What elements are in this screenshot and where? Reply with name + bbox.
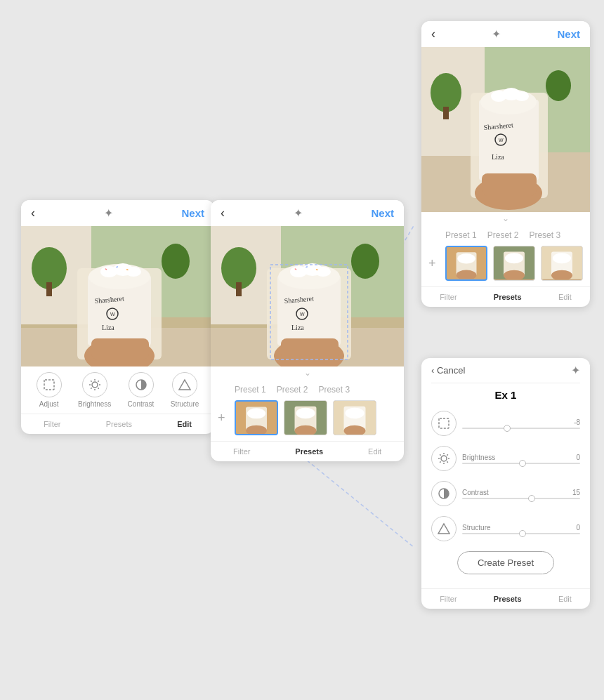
tab-edit[interactable]: Edit: [558, 595, 572, 603]
contrast-icon: [431, 481, 457, 506]
svg-point-65: [296, 408, 315, 418]
slider-track: [462, 463, 580, 464]
tab-edit[interactable]: Edit: [368, 447, 381, 456]
preset3-label: Preset 3: [318, 385, 350, 395]
svg-text:Liza: Liza: [291, 324, 304, 331]
slider-thumb[interactable]: [504, 425, 511, 432]
contrast-tool[interactable]: Contrast: [128, 372, 155, 408]
sun-icon: ✦: [294, 206, 303, 220]
svg-point-95: [505, 253, 523, 263]
structure-tool[interactable]: Structure: [171, 372, 199, 408]
phone1-header: ‹ ✦ Next: [21, 200, 214, 226]
preset-thumb-2[interactable]: [493, 246, 535, 281]
slider-thumb[interactable]: [519, 530, 526, 537]
tab-edit[interactable]: Edit: [558, 293, 572, 301]
presets-header: Preset 1 Preset 2 Preset 3: [428, 230, 583, 240]
preset-thumb-2[interactable]: [284, 400, 327, 435]
svg-text:Liza: Liza: [102, 324, 114, 331]
svg-point-76: [546, 70, 571, 101]
photo-preview: Sharsheret W Liza: [21, 226, 214, 366]
create-preset-button[interactable]: Create Preset: [457, 551, 554, 574]
svg-rect-23: [91, 338, 149, 359]
next-button[interactable]: Next: [371, 207, 394, 219]
svg-text:Liza: Liza: [492, 153, 504, 161]
adjust-slider-row: -8: [431, 411, 580, 436]
svg-point-8: [162, 244, 190, 279]
add-preset-button[interactable]: +: [218, 411, 229, 425]
presets-row: +: [428, 246, 583, 281]
svg-rect-7: [46, 282, 52, 296]
svg-rect-88: [482, 173, 537, 196]
svg-line-32: [98, 381, 98, 381]
edit-tools: Adjust Brightness Contrast Structure: [21, 366, 214, 414]
structure-slider[interactable]: Structure 0: [462, 524, 580, 534]
svg-point-102: [441, 456, 447, 461]
presets-section: Preset 1 Preset 2 Preset 3 +: [211, 379, 404, 441]
slider-track: [462, 498, 580, 499]
svg-point-42: [351, 244, 379, 279]
tab-presets[interactable]: Presets: [106, 420, 132, 428]
svg-line-107: [440, 454, 440, 455]
tab-filter[interactable]: Filter: [44, 420, 60, 428]
brightness-icon: [82, 372, 107, 397]
brightness-slider-row: Brightness 0: [431, 446, 580, 471]
svg-line-1: [302, 456, 414, 548]
phone-presets-right: ‹ ✦ Next Sharsheret W Liza ⌄ P: [421, 21, 590, 307]
phone2-header: ‹ ✦ Next: [211, 200, 404, 226]
tab-filter[interactable]: Filter: [440, 293, 457, 301]
brightness-tool[interactable]: Brightness: [78, 372, 111, 408]
slider-track: [462, 533, 580, 534]
photo-preview: Sharsheret W Liza: [421, 47, 590, 212]
slider-value: 0: [576, 454, 580, 461]
svg-line-30: [91, 381, 91, 381]
slider-thumb[interactable]: [528, 495, 535, 502]
contrast-slider[interactable]: Contrast 15: [462, 489, 580, 499]
svg-line-110: [440, 461, 440, 462]
svg-point-82: [515, 91, 529, 101]
cancel-button[interactable]: ‹ Cancel: [431, 365, 465, 376]
chevron-down: ⌄: [421, 212, 590, 225]
adjust-tool[interactable]: Adjust: [37, 372, 62, 408]
structure-slider-row: Structure 0: [431, 516, 580, 541]
next-button[interactable]: Next: [181, 207, 204, 219]
next-button[interactable]: Next: [557, 28, 580, 40]
svg-line-33: [91, 388, 91, 388]
add-preset-button[interactable]: +: [428, 256, 440, 271]
contrast-icon: [129, 372, 154, 397]
tab-edit[interactable]: Edit: [177, 420, 192, 428]
preset-thumb-3[interactable]: [333, 400, 376, 435]
slider-label: Contrast: [462, 489, 489, 496]
tab-filter[interactable]: Filter: [233, 447, 250, 456]
presets-section: Preset 1 Preset 2 Preset 3 +: [421, 225, 590, 286]
svg-point-25: [92, 382, 98, 388]
preset-thumb-3[interactable]: [541, 246, 583, 281]
preset-thumb-1[interactable]: [235, 400, 278, 435]
back-button[interactable]: ‹: [431, 27, 435, 41]
sun-icon: ✦: [492, 27, 501, 41]
phone2-tabs: Filter Presets Edit: [211, 441, 404, 461]
svg-point-91: [457, 253, 475, 263]
phone-presets: ‹ ✦ Next Sharsheret W Liza: [211, 200, 404, 461]
slider-value: 15: [572, 489, 580, 496]
back-button[interactable]: ‹: [31, 206, 35, 220]
svg-point-99: [553, 253, 571, 263]
tab-presets[interactable]: Presets: [494, 293, 522, 301]
slider-value: -8: [574, 418, 580, 426]
phone-edit-preset: ‹ Cancel ✦ Ex 1 -8: [421, 358, 590, 609]
preset-thumb-1[interactable]: [445, 246, 487, 281]
brightness-slider[interactable]: Brightness 0: [462, 454, 580, 464]
preset1-label: Preset 1: [235, 385, 266, 395]
back-button[interactable]: ‹: [221, 206, 225, 220]
svg-rect-24: [44, 380, 54, 390]
svg-point-69: [345, 408, 364, 418]
tab-presets[interactable]: Presets: [494, 595, 522, 603]
tab-filter[interactable]: Filter: [440, 595, 457, 603]
slider-label: Structure: [462, 524, 491, 531]
svg-rect-101: [439, 418, 449, 428]
svg-point-48: [315, 267, 331, 277]
slider-thumb[interactable]: [519, 460, 526, 467]
tab-presets[interactable]: Presets: [295, 447, 323, 456]
phone-edit: ‹ ✦ Next: [21, 200, 214, 434]
phone4-tabs: Filter Presets Edit: [421, 588, 590, 609]
adjust-slider[interactable]: -8: [462, 418, 580, 429]
